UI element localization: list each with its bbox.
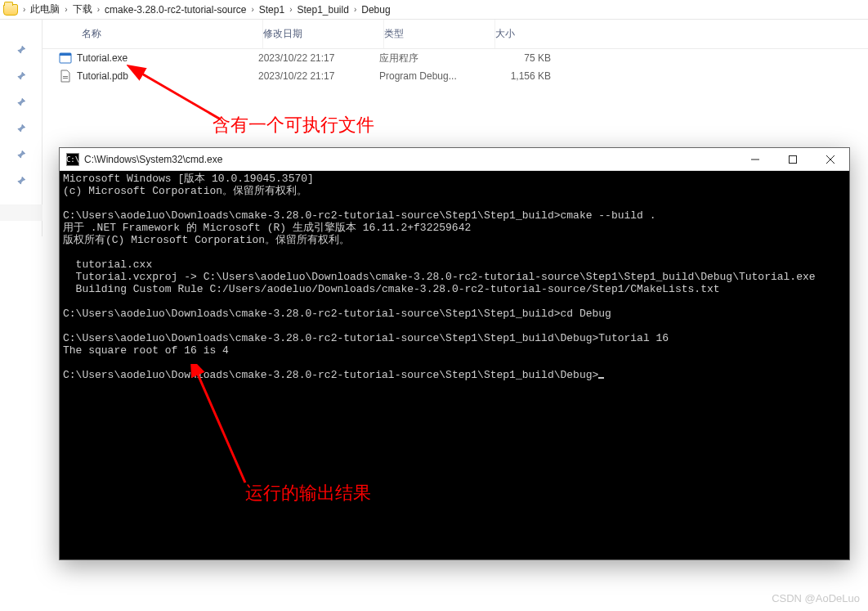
column-header-size[interactable]: 大小	[495, 20, 577, 48]
file-date: 2023/10/22 21:17	[258, 70, 379, 82]
pin-icon[interactable]	[16, 175, 27, 186]
file-size: 1,156 KB	[490, 70, 572, 82]
breadcrumb-item[interactable]: Step1	[256, 4, 288, 16]
file-type: 应用程序	[379, 52, 490, 65]
file-name: Tutorial.exe	[77, 52, 128, 64]
column-header-name[interactable]: 名称	[43, 20, 263, 48]
cmd-title: C:\Windows\System32\cmd.exe	[84, 154, 736, 165]
breadcrumb-sep: ›	[21, 5, 27, 14]
folder-icon	[3, 4, 18, 16]
svg-rect-6	[790, 155, 797, 163]
sidebar-divider	[0, 204, 43, 221]
cmd-output[interactable]: Microsoft Windows [版本 10.0.19045.3570] (…	[60, 171, 849, 559]
breadcrumb-item[interactable]: cmake-3.28.0-rc2-tutorial-source	[101, 4, 249, 16]
svg-rect-3	[63, 78, 68, 79]
breadcrumb-sep: ›	[352, 5, 358, 14]
maximize-button[interactable]	[774, 148, 812, 171]
breadcrumb-sep: ›	[249, 5, 255, 14]
exe-icon	[59, 52, 72, 65]
breadcrumb-item[interactable]: Debug	[358, 4, 393, 16]
pin-icon[interactable]	[16, 123, 27, 134]
pin-icon[interactable]	[16, 97, 27, 108]
file-date: 2023/10/22 21:17	[258, 52, 379, 64]
svg-rect-2	[63, 76, 68, 77]
file-row[interactable]: Tutorial.exe 2023/10/22 21:17 应用程序 75 KB	[43, 49, 868, 67]
cmd-icon: C:\	[66, 153, 79, 166]
file-row[interactable]: Tutorial.pdb 2023/10/22 21:17 Program De…	[43, 67, 868, 85]
breadcrumb-item[interactable]: Step1_build	[293, 4, 351, 16]
svg-rect-1	[60, 53, 71, 56]
file-name: Tutorial.pdb	[77, 70, 128, 82]
minimize-button[interactable]	[736, 148, 774, 171]
pin-icon[interactable]	[16, 44, 27, 56]
breadcrumb-item[interactable]: 下载	[69, 2, 96, 16]
close-button[interactable]	[812, 148, 849, 171]
column-header-type[interactable]: 类型	[384, 20, 495, 48]
column-header-date[interactable]: 修改日期	[263, 20, 384, 48]
file-type: Program Debug...	[379, 70, 490, 82]
column-headers[interactable]: 名称 修改日期 类型 大小	[43, 20, 868, 49]
breadcrumb-sep: ›	[96, 5, 101, 14]
pin-icon[interactable]	[16, 149, 27, 160]
breadcrumb-sep: ›	[63, 5, 69, 14]
pin-icon[interactable]	[16, 70, 27, 82]
cmd-titlebar[interactable]: C:\ C:\Windows\System32\cmd.exe	[60, 148, 849, 171]
cmd-window: C:\ C:\Windows\System32\cmd.exe Microsof…	[59, 147, 850, 560]
breadcrumb-sep: ›	[288, 5, 293, 14]
watermark: CSDN @AoDeLuo	[772, 592, 860, 604]
file-size: 75 KB	[490, 52, 572, 64]
pdb-icon	[59, 70, 72, 83]
breadcrumb[interactable]: › 此电脑 › 下载 › cmake-3.28.0-rc2-tutorial-s…	[0, 0, 868, 20]
breadcrumb-item[interactable]: 此电脑	[27, 2, 63, 16]
